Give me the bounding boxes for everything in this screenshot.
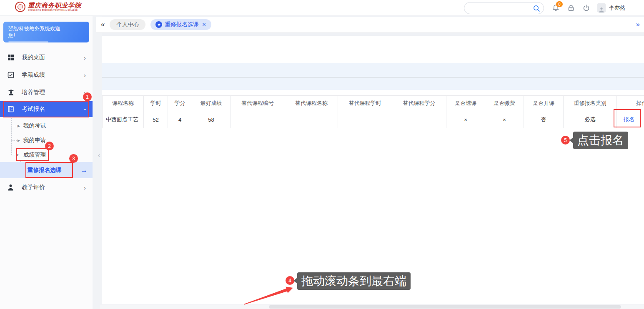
welcome-underline xyxy=(8,41,48,42)
tab-close-icon[interactable]: ✕ xyxy=(202,22,206,27)
cell-is-paid: × xyxy=(485,111,524,128)
cell-retake-category: 必选 xyxy=(564,111,617,128)
welcome-text: 强智科技教务系统欢迎您! xyxy=(8,25,67,39)
desktop-grid-icon xyxy=(8,54,15,61)
clipboard-check-icon xyxy=(8,72,15,78)
col-action: 操作 xyxy=(617,95,644,111)
triangle-expanded-icon: ▼ xyxy=(16,153,19,157)
power-logout-icon[interactable] xyxy=(583,4,590,12)
welcome-card: 强智科技教务系统欢迎您! xyxy=(3,22,89,42)
tabs-collapse-icon[interactable]: « xyxy=(101,20,105,29)
college-name-en: CHONGQING BUSINESS VOCATIONAL COLLEGE xyxy=(28,10,81,12)
filter-band-bottom xyxy=(102,77,644,90)
col-course-name: 课程名称 xyxy=(102,95,144,111)
cell-hours: 52 xyxy=(144,111,168,128)
retake-course-table: 课程名称 学时 学分 最好成绩 替代课程编号 替代课程名称 替代课程学时 替代课… xyxy=(102,95,644,128)
cell-credits: 4 xyxy=(168,111,192,128)
user-avatar[interactable] xyxy=(597,3,606,12)
tab-personal-center[interactable]: 个人中心 xyxy=(110,19,145,30)
main-content: 课程名称 学时 学分 最好成绩 替代课程编号 替代课程名称 替代课程学时 替代课… xyxy=(102,36,644,304)
chevron-right-icon: › xyxy=(84,72,86,78)
college-name: 重庆商务职业学院 xyxy=(28,2,81,9)
sidebar-collapse-handle[interactable]: ‹ xyxy=(96,149,102,162)
username-label[interactable]: 李亦然 xyxy=(609,4,625,12)
chevron-right-icon: › xyxy=(84,55,86,61)
search-icon[interactable] xyxy=(533,5,540,13)
cell-is-selected: × xyxy=(446,111,485,128)
cell-best-score: 58 xyxy=(192,111,231,128)
notebook-icon xyxy=(8,106,15,112)
cell-alt-course-hours xyxy=(338,111,392,128)
graduate-icon xyxy=(8,89,15,96)
cell-alt-course-name xyxy=(285,111,338,128)
sidebar-item-teaching-evaluation[interactable]: 教学评价 › xyxy=(0,181,93,194)
college-seal-icon xyxy=(15,2,25,12)
notification-badge: 0 xyxy=(556,1,563,7)
col-is-selected: 是否选课 xyxy=(446,95,485,111)
cell-is-opened: 否 xyxy=(524,111,564,128)
notification-bell-icon[interactable]: 0 xyxy=(552,4,559,12)
cell-alt-course-credits xyxy=(392,111,446,128)
col-credits: 学分 xyxy=(168,95,192,111)
chevron-right-icon: › xyxy=(84,184,86,191)
col-is-opened: 是否开课 xyxy=(524,95,564,111)
lock-icon[interactable] xyxy=(568,4,574,12)
sidebar: 强智科技教务系统欢迎您! 我的桌面 › 学籍成绩 › 培养管理 › 考试报名 ›… xyxy=(0,16,93,309)
table-header-row: 课程名称 学时 学分 最好成绩 替代课程编号 替代课程名称 替代课程学时 替代课… xyxy=(102,95,644,111)
tab-retake-registration[interactable]: ★ 重修报名选课 ✕ xyxy=(150,19,211,30)
sidebar-item-my-desktop[interactable]: 我的桌面 › xyxy=(0,51,93,64)
top-header: 重庆商务职业学院 CHONGQING BUSINESS VOCATIONAL C… xyxy=(0,0,644,16)
sidebar-subitem-grade-management[interactable]: ▼ 成绩管理 xyxy=(0,150,93,160)
cell-alt-course-no xyxy=(231,111,285,128)
chevron-right-icon: › xyxy=(84,90,86,96)
college-logo: 重庆商务职业学院 CHONGQING BUSINESS VOCATIONAL C… xyxy=(15,2,81,12)
triangle-collapsed-icon: ▶ xyxy=(18,139,20,142)
tabs-expand-icon[interactable]: » xyxy=(636,20,640,29)
chevron-down-icon: › xyxy=(83,108,89,110)
horizontal-scrollbar-thumb[interactable] xyxy=(269,305,621,309)
star-icon: ★ xyxy=(155,21,162,28)
triangle-collapsed-icon: ▶ xyxy=(18,124,20,128)
col-best-score: 最好成绩 xyxy=(192,95,231,111)
global-search xyxy=(464,2,544,14)
col-alt-course-no: 替代课程编号 xyxy=(231,95,285,111)
table-row: 中西面点工艺 52 4 58 × × 否 必选 报名 xyxy=(102,111,644,128)
col-is-paid: 是否缴费 xyxy=(485,95,524,111)
sidebar-subitem-my-exams[interactable]: ▶ 我的考试 xyxy=(0,120,93,131)
col-retake-category: 重修报名类别 xyxy=(564,95,617,111)
cell-course-name: 中西面点工艺 xyxy=(102,111,144,128)
col-hours: 学时 xyxy=(144,95,168,111)
col-alt-course-name: 替代课程名称 xyxy=(285,95,338,111)
sidebar-item-exam-registration[interactable]: 考试报名 › xyxy=(0,101,93,117)
col-alt-course-hours: 替代课程学时 xyxy=(338,95,392,111)
sidebar-gap-strip xyxy=(93,16,102,309)
person-icon xyxy=(8,184,15,191)
col-alt-course-credits: 替代课程学分 xyxy=(392,95,446,111)
search-input[interactable] xyxy=(469,2,532,14)
tab-bar: « 个人中心 ★ 重修报名选课 ✕ » xyxy=(96,17,644,33)
register-link[interactable]: 报名 xyxy=(624,116,634,123)
sidebar-subitem-my-applications[interactable]: ▶ 我的申请 xyxy=(0,135,93,146)
sidebar-item-training-mgmt[interactable]: 培养管理 › xyxy=(0,86,93,99)
active-arrow-icon: → xyxy=(80,166,88,174)
sidebar-subitem-retake-registration[interactable]: 重修报名选课 → xyxy=(0,162,93,178)
horizontal-scrollbar[interactable] xyxy=(100,305,644,309)
filter-band-top xyxy=(102,63,644,77)
sidebar-item-student-grades[interactable]: 学籍成绩 › xyxy=(0,69,93,81)
